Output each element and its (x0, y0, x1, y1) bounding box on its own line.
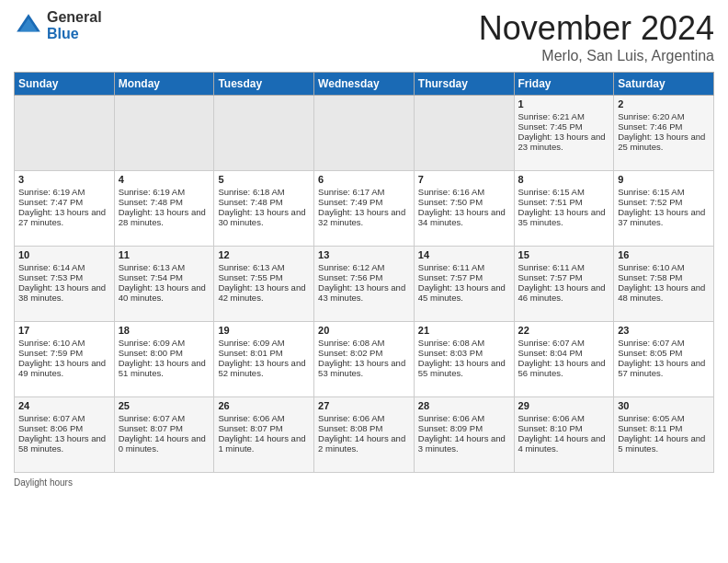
sunset-text: Sunset: 8:07 PM (119, 423, 210, 433)
sunset-text: Sunset: 7:49 PM (318, 197, 410, 207)
calendar-cell: 27Sunrise: 6:06 AMSunset: 8:08 PMDayligh… (314, 397, 415, 473)
daylight-text: Daylight: 13 hours and 34 minutes. (418, 207, 510, 227)
calendar-cell: 14Sunrise: 6:11 AMSunset: 7:57 PMDayligh… (414, 247, 514, 322)
sunrise-text: Sunrise: 6:07 AM (18, 413, 110, 423)
sunset-text: Sunset: 8:03 PM (418, 348, 510, 358)
sunset-text: Sunset: 8:05 PM (618, 348, 710, 358)
daylight-text: Daylight: 14 hours and 1 minute. (218, 433, 310, 454)
calendar-cell: 24Sunrise: 6:07 AMSunset: 8:06 PMDayligh… (15, 397, 115, 473)
day-number: 20 (318, 325, 410, 336)
day-number: 22 (518, 325, 610, 336)
sunset-text: Sunset: 8:02 PM (318, 348, 410, 358)
day-number: 28 (418, 400, 510, 411)
calendar: SundayMondayTuesdayWednesdayThursdayFrid… (14, 72, 714, 473)
sunset-text: Sunset: 7:50 PM (418, 197, 510, 207)
logo-icon (14, 11, 43, 40)
daylight-text: Daylight: 13 hours and 32 minutes. (318, 207, 410, 227)
sunrise-text: Sunrise: 6:14 AM (18, 262, 110, 272)
sunset-text: Sunset: 7:48 PM (119, 197, 210, 207)
daylight-text: Daylight: 13 hours and 23 minutes. (518, 132, 610, 152)
sunrise-text: Sunrise: 6:16 AM (418, 187, 510, 197)
sunset-text: Sunset: 8:10 PM (518, 423, 610, 433)
legend: Daylight hours (14, 477, 714, 488)
sunrise-text: Sunrise: 6:12 AM (318, 262, 410, 272)
day-number: 12 (218, 249, 310, 260)
sunrise-text: Sunrise: 6:08 AM (418, 338, 510, 348)
day-number: 11 (119, 249, 210, 260)
logo-text: General Blue (47, 9, 102, 41)
location: Merlo, San Luis, Argentina (479, 48, 714, 64)
day-number: 10 (18, 249, 110, 260)
header-cell-monday: Monday (114, 73, 214, 96)
sunset-text: Sunset: 7:53 PM (18, 272, 110, 282)
calendar-cell: 20Sunrise: 6:08 AMSunset: 8:02 PMDayligh… (314, 322, 415, 397)
calendar-cell: 18Sunrise: 6:09 AMSunset: 8:00 PMDayligh… (114, 322, 214, 397)
header-cell-sunday: Sunday (15, 73, 115, 96)
header-cell-friday: Friday (514, 73, 614, 96)
calendar-cell: 11Sunrise: 6:13 AMSunset: 7:54 PMDayligh… (114, 247, 214, 322)
sunset-text: Sunset: 7:46 PM (618, 121, 710, 132)
sunset-text: Sunset: 7:59 PM (18, 348, 110, 358)
title-block: November 2024 Merlo, San Luis, Argentina (479, 9, 714, 64)
daylight-text: Daylight: 13 hours and 25 minutes. (618, 132, 710, 152)
sunset-text: Sunset: 8:08 PM (318, 423, 410, 433)
sunrise-text: Sunrise: 6:11 AM (518, 262, 610, 272)
day-number: 6 (318, 174, 410, 185)
day-number: 8 (518, 174, 610, 185)
daylight-text: Daylight: 13 hours and 40 minutes. (119, 282, 210, 303)
daylight-text: Daylight: 13 hours and 55 minutes. (418, 358, 510, 378)
daylight-text: Daylight: 14 hours and 0 minutes. (119, 433, 210, 454)
sunrise-text: Sunrise: 6:15 AM (518, 187, 610, 197)
sunset-text: Sunset: 7:58 PM (618, 272, 710, 282)
sunrise-text: Sunrise: 6:13 AM (218, 262, 310, 272)
calendar-cell: 1Sunrise: 6:21 AMSunset: 7:45 PMDaylight… (514, 96, 614, 171)
calendar-cell: 3Sunrise: 6:19 AMSunset: 7:47 PMDaylight… (15, 171, 115, 247)
calendar-header: SundayMondayTuesdayWednesdayThursdayFrid… (15, 73, 714, 96)
sunrise-text: Sunrise: 6:10 AM (618, 262, 710, 272)
calendar-cell (414, 96, 514, 171)
sunrise-text: Sunrise: 6:07 AM (618, 338, 710, 348)
sunrise-text: Sunrise: 6:07 AM (518, 338, 610, 348)
sunrise-text: Sunrise: 6:07 AM (119, 413, 210, 423)
daylight-text: Daylight: 13 hours and 43 minutes. (318, 282, 410, 303)
daylight-text: Daylight: 13 hours and 45 minutes. (418, 282, 510, 303)
header-cell-tuesday: Tuesday (214, 73, 314, 96)
daylight-text: Daylight: 13 hours and 27 minutes. (18, 207, 110, 227)
day-number: 13 (318, 249, 410, 260)
calendar-cell: 15Sunrise: 6:11 AMSunset: 7:57 PMDayligh… (514, 247, 614, 322)
header: General Blue November 2024 Merlo, San Lu… (14, 9, 714, 64)
daylight-text: Daylight: 13 hours and 49 minutes. (18, 358, 110, 378)
logo-blue: Blue (47, 26, 102, 42)
sunrise-text: Sunrise: 6:06 AM (518, 413, 610, 423)
daylight-text: Daylight: 13 hours and 48 minutes. (618, 282, 710, 303)
sunset-text: Sunset: 7:47 PM (18, 197, 110, 207)
month-title: November 2024 (479, 9, 714, 48)
daylight-text: Daylight: 13 hours and 56 minutes. (518, 358, 610, 378)
day-number: 27 (318, 400, 410, 411)
calendar-cell: 23Sunrise: 6:07 AMSunset: 8:05 PMDayligh… (614, 322, 714, 397)
logo: General Blue (14, 9, 102, 41)
page: General Blue November 2024 Merlo, San Lu… (0, 0, 728, 563)
sunrise-text: Sunrise: 6:19 AM (119, 187, 210, 197)
day-number: 5 (218, 174, 310, 185)
sunrise-text: Sunrise: 6:05 AM (618, 413, 710, 423)
calendar-cell (114, 96, 214, 171)
daylight-text: Daylight: 14 hours and 3 minutes. (418, 433, 510, 454)
sunset-text: Sunset: 8:11 PM (618, 423, 710, 433)
calendar-cell: 16Sunrise: 6:10 AMSunset: 7:58 PMDayligh… (614, 247, 714, 322)
sunset-text: Sunset: 7:52 PM (618, 197, 710, 207)
day-number: 7 (418, 174, 510, 185)
calendar-cell: 7Sunrise: 6:16 AMSunset: 7:50 PMDaylight… (414, 171, 514, 247)
legend-text: Daylight hours (14, 477, 73, 488)
day-number: 16 (618, 249, 710, 260)
sunrise-text: Sunrise: 6:18 AM (218, 187, 310, 197)
calendar-cell: 9Sunrise: 6:15 AMSunset: 7:52 PMDaylight… (614, 171, 714, 247)
header-cell-wednesday: Wednesday (314, 73, 415, 96)
calendar-cell: 5Sunrise: 6:18 AMSunset: 7:48 PMDaylight… (214, 171, 314, 247)
week-row-2: 3Sunrise: 6:19 AMSunset: 7:47 PMDaylight… (15, 171, 714, 247)
daylight-text: Daylight: 13 hours and 35 minutes. (518, 207, 610, 227)
day-number: 9 (618, 174, 710, 185)
day-number: 30 (618, 400, 710, 411)
sunrise-text: Sunrise: 6:09 AM (119, 338, 210, 348)
calendar-cell: 6Sunrise: 6:17 AMSunset: 7:49 PMDaylight… (314, 171, 415, 247)
